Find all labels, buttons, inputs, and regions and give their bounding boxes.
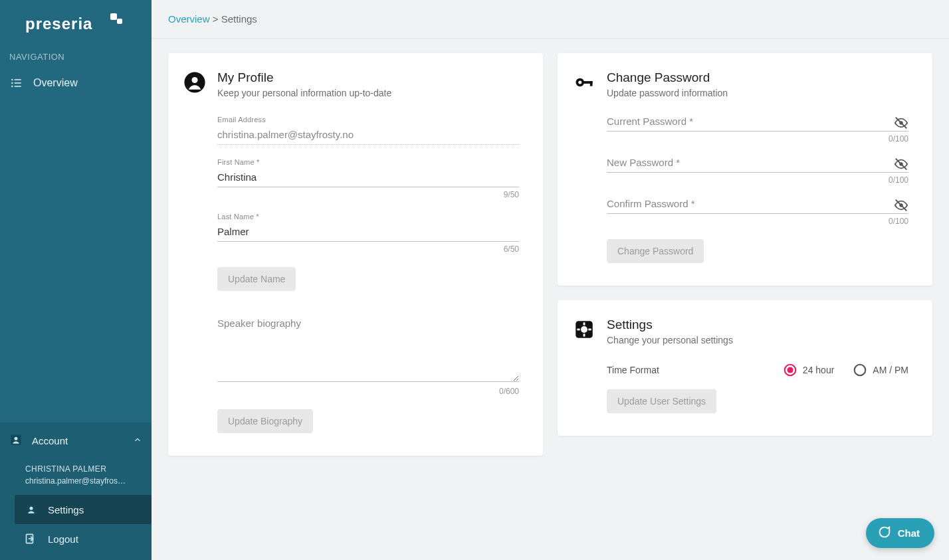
sidebar-user-info: CHRISTINA PALMER christina.palmer@stayfr…: [0, 459, 152, 491]
chat-button[interactable]: Chat: [866, 518, 934, 548]
list-icon: [9, 76, 24, 90]
sidebar-item-label: Settings: [48, 504, 84, 515]
breadcrumb: Overview > Settings: [152, 0, 949, 39]
last-name-label: Last Name *: [217, 213, 519, 221]
breadcrumb-current: Settings: [221, 13, 257, 25]
sidebar-item-overview[interactable]: Overview: [0, 68, 152, 98]
sidebar: preseria NAVIGATION Overview Account CHR…: [0, 0, 152, 560]
svg-rect-8: [15, 86, 21, 87]
confirm-password-label: Confirm Password *: [607, 198, 908, 214]
svg-point-28: [581, 326, 587, 333]
card-title: Change Password: [607, 70, 728, 85]
current-password-counter: 0/100: [607, 134, 908, 143]
confirm-password-counter: 0/100: [607, 217, 908, 226]
breadcrumb-overview-link[interactable]: Overview: [168, 13, 210, 25]
email-label: Email Address: [217, 116, 519, 124]
sidebar-item-label: Overview: [33, 77, 78, 89]
svg-point-35: [855, 365, 866, 376]
svg-rect-4: [15, 79, 21, 80]
biography-label: Speaker biography: [217, 318, 519, 333]
svg-point-16: [191, 77, 197, 83]
user-email: christina.palmer@stayfros…: [25, 475, 135, 487]
last-name-field[interactable]: [217, 223, 519, 242]
svg-rect-32: [588, 329, 591, 331]
account-circle-icon: [183, 70, 207, 94]
card-title: My Profile: [217, 70, 391, 85]
sidebar-item-settings[interactable]: Settings: [15, 495, 152, 524]
time-format-label: Time Format: [607, 365, 659, 375]
last-name-counter: 6/50: [217, 244, 519, 254]
svg-rect-1: [110, 13, 117, 20]
update-user-settings-button[interactable]: Update User Settings: [607, 389, 716, 413]
sidebar-item-logout[interactable]: Logout: [15, 524, 152, 553]
gear-icon: [572, 318, 596, 341]
radio-label: AM / PM: [873, 365, 908, 375]
svg-point-7: [11, 86, 13, 88]
change-password-card: Change Password Update password informat…: [558, 53, 932, 286]
sidebar-item-label: Account: [32, 435, 68, 446]
brand-logo: preseria: [0, 0, 152, 52]
visibility-off-icon[interactable]: [894, 198, 908, 215]
biography-counter: 0/600: [217, 387, 519, 396]
email-field: [217, 126, 519, 145]
first-name-label: First Name *: [217, 158, 519, 166]
sidebar-account-block: Account CHRISTINA PALMER christina.palme…: [0, 422, 152, 560]
main-area: Overview > Settings My Profile Keep your…: [152, 0, 949, 560]
svg-text:preseria: preseria: [25, 15, 92, 33]
svg-rect-30: [583, 333, 585, 336]
first-name-counter: 9/50: [217, 190, 519, 199]
svg-point-12: [30, 507, 33, 510]
svg-rect-20: [590, 81, 593, 86]
svg-point-5: [11, 82, 13, 84]
logout-icon: [24, 532, 39, 545]
time-format-24h-radio[interactable]: 24 hour: [783, 363, 834, 377]
card-subtitle: Update password information: [607, 88, 728, 98]
sidebar-item-label: Logout: [48, 533, 78, 545]
user-name: CHRISTINA PALMER: [25, 463, 142, 475]
my-profile-card: My Profile Keep your personal informatio…: [168, 53, 543, 456]
time-format-ampm-radio[interactable]: AM / PM: [853, 363, 908, 377]
settings-card: Settings Change your personal settings T…: [558, 300, 932, 436]
svg-rect-2: [117, 19, 122, 24]
account-box-icon: [9, 433, 23, 448]
svg-rect-6: [15, 82, 21, 84]
update-name-button[interactable]: Update Name: [217, 267, 296, 291]
new-password-label: New Password *: [607, 157, 908, 173]
svg-point-10: [15, 437, 18, 440]
first-name-field[interactable]: [217, 169, 519, 187]
breadcrumb-separator: >: [210, 13, 221, 25]
svg-rect-29: [583, 322, 585, 325]
sidebar-item-account[interactable]: Account: [0, 422, 152, 459]
key-icon: [572, 70, 596, 94]
svg-point-34: [787, 367, 793, 373]
update-biography-button[interactable]: Update Biography: [217, 409, 313, 433]
account-box-icon: [24, 503, 39, 516]
current-password-label: Current Password *: [607, 116, 908, 132]
visibility-off-icon[interactable]: [894, 157, 908, 173]
biography-field[interactable]: [217, 333, 519, 382]
svg-rect-31: [577, 329, 580, 331]
chevron-up-icon: [133, 435, 142, 446]
card-subtitle: Change your personal settings: [607, 335, 733, 345]
radio-label: 24 hour: [803, 365, 834, 375]
navigation-heading: NAVIGATION: [0, 52, 152, 68]
new-password-counter: 0/100: [607, 175, 908, 185]
card-subtitle: Keep your personal information up-to-dat…: [217, 88, 391, 98]
chat-label: Chat: [898, 527, 920, 539]
svg-point-3: [11, 79, 13, 81]
chat-icon: [877, 525, 891, 541]
change-password-button[interactable]: Change Password: [607, 239, 704, 263]
svg-point-18: [578, 81, 581, 84]
visibility-off-icon[interactable]: [894, 116, 908, 132]
card-title: Settings: [607, 318, 733, 332]
